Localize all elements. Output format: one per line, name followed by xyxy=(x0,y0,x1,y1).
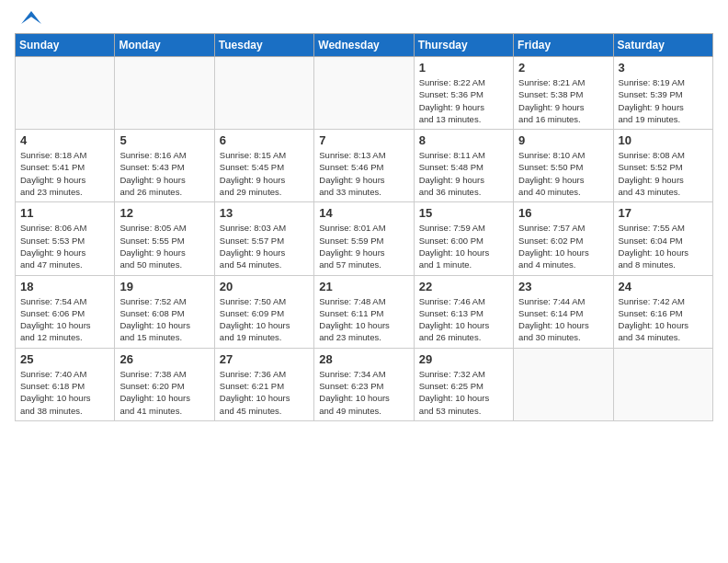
calendar-cell: 29Sunrise: 7:32 AM Sunset: 6:25 PM Dayli… xyxy=(414,348,513,420)
day-info: Sunrise: 7:48 AM Sunset: 6:11 PM Dayligh… xyxy=(319,295,408,344)
day-info: Sunrise: 7:50 AM Sunset: 6:09 PM Dayligh… xyxy=(220,295,309,344)
logo xyxy=(15,15,44,24)
day-info: Sunrise: 8:13 AM Sunset: 5:46 PM Dayligh… xyxy=(319,149,408,198)
day-info: Sunrise: 7:44 AM Sunset: 6:14 PM Dayligh… xyxy=(518,295,608,344)
calendar-cell: 27Sunrise: 7:36 AM Sunset: 6:21 PM Dayli… xyxy=(214,348,313,420)
calendar-cell: 15Sunrise: 7:59 AM Sunset: 6:00 PM Dayli… xyxy=(414,202,513,275)
day-number: 5 xyxy=(119,133,209,147)
calendar-cell: 3Sunrise: 8:19 AM Sunset: 5:39 PM Daylig… xyxy=(613,57,712,130)
calendar-week-row-3: 11Sunrise: 8:06 AM Sunset: 5:53 PM Dayli… xyxy=(16,202,713,275)
calendar-week-row-4: 18Sunrise: 7:54 AM Sunset: 6:06 PM Dayli… xyxy=(16,275,713,348)
day-info: Sunrise: 7:52 AM Sunset: 6:08 PM Dayligh… xyxy=(119,295,209,344)
calendar-cell: 24Sunrise: 7:42 AM Sunset: 6:16 PM Dayli… xyxy=(613,275,712,348)
day-number: 28 xyxy=(319,352,408,366)
calendar-cell xyxy=(314,57,414,130)
day-number: 24 xyxy=(619,280,708,293)
day-number: 3 xyxy=(619,61,708,75)
day-number: 9 xyxy=(518,133,608,147)
day-number: 7 xyxy=(319,133,408,147)
day-number: 14 xyxy=(319,206,408,220)
day-info: Sunrise: 7:57 AM Sunset: 6:02 PM Dayligh… xyxy=(518,222,608,270)
calendar-cell: 20Sunrise: 7:50 AM Sunset: 6:09 PM Dayli… xyxy=(214,275,313,348)
day-info: Sunrise: 8:08 AM Sunset: 5:52 PM Dayligh… xyxy=(619,149,708,198)
day-info: Sunrise: 7:34 AM Sunset: 6:23 PM Dayligh… xyxy=(319,368,408,417)
calendar-cell xyxy=(115,57,214,130)
day-number: 17 xyxy=(619,206,708,220)
day-number: 11 xyxy=(20,206,109,220)
calendar-cell: 10Sunrise: 8:08 AM Sunset: 5:52 PM Dayli… xyxy=(613,130,712,202)
calendar-cell: 7Sunrise: 8:13 AM Sunset: 5:46 PM Daylig… xyxy=(314,130,414,202)
day-info: Sunrise: 8:18 AM Sunset: 5:41 PM Dayligh… xyxy=(20,149,109,198)
calendar-cell: 12Sunrise: 8:05 AM Sunset: 5:55 PM Dayli… xyxy=(115,202,214,275)
day-number: 16 xyxy=(518,206,608,220)
weekday-header-sunday: Sunday xyxy=(16,34,115,57)
day-info: Sunrise: 7:54 AM Sunset: 6:06 PM Dayligh… xyxy=(20,295,109,344)
calendar-cell: 22Sunrise: 7:46 AM Sunset: 6:13 PM Dayli… xyxy=(414,275,513,348)
day-number: 1 xyxy=(419,61,508,75)
weekday-header-friday: Friday xyxy=(514,34,613,57)
calendar-cell: 11Sunrise: 8:06 AM Sunset: 5:53 PM Dayli… xyxy=(16,202,115,275)
day-info: Sunrise: 7:59 AM Sunset: 6:00 PM Dayligh… xyxy=(419,222,508,270)
day-number: 20 xyxy=(220,280,309,293)
day-info: Sunrise: 8:19 AM Sunset: 5:39 PM Dayligh… xyxy=(619,76,708,125)
day-info: Sunrise: 8:10 AM Sunset: 5:50 PM Dayligh… xyxy=(518,149,608,198)
day-info: Sunrise: 7:40 AM Sunset: 6:18 PM Dayligh… xyxy=(20,368,109,417)
logo-arrow-icon xyxy=(18,11,44,24)
calendar-cell xyxy=(613,348,712,420)
day-info: Sunrise: 7:32 AM Sunset: 6:25 PM Dayligh… xyxy=(419,368,508,417)
calendar-cell: 5Sunrise: 8:16 AM Sunset: 5:43 PM Daylig… xyxy=(115,130,214,202)
weekday-header-saturday: Saturday xyxy=(613,34,712,57)
calendar-cell xyxy=(514,348,613,420)
calendar-cell xyxy=(214,57,313,130)
calendar-cell: 6Sunrise: 8:15 AM Sunset: 5:45 PM Daylig… xyxy=(214,130,313,202)
calendar-cell: 18Sunrise: 7:54 AM Sunset: 6:06 PM Dayli… xyxy=(16,275,115,348)
day-number: 10 xyxy=(619,133,708,147)
calendar-cell: 1Sunrise: 8:22 AM Sunset: 5:36 PM Daylig… xyxy=(414,57,513,130)
weekday-header-wednesday: Wednesday xyxy=(314,34,414,57)
day-number: 26 xyxy=(119,352,209,366)
weekday-header-tuesday: Tuesday xyxy=(214,34,313,57)
weekday-header-row: SundayMondayTuesdayWednesdayThursdayFrid… xyxy=(16,34,713,57)
day-info: Sunrise: 8:03 AM Sunset: 5:57 PM Dayligh… xyxy=(220,222,309,270)
calendar-cell: 21Sunrise: 7:48 AM Sunset: 6:11 PM Dayli… xyxy=(314,275,414,348)
day-info: Sunrise: 8:15 AM Sunset: 5:45 PM Dayligh… xyxy=(220,149,309,198)
day-number: 27 xyxy=(220,352,309,366)
calendar-cell xyxy=(16,57,115,130)
day-number: 25 xyxy=(20,352,109,366)
day-info: Sunrise: 8:22 AM Sunset: 5:36 PM Dayligh… xyxy=(419,76,508,125)
day-number: 18 xyxy=(20,280,109,293)
day-info: Sunrise: 8:16 AM Sunset: 5:43 PM Dayligh… xyxy=(119,149,209,198)
day-info: Sunrise: 8:01 AM Sunset: 5:59 PM Dayligh… xyxy=(319,222,408,270)
calendar-week-row-1: 1Sunrise: 8:22 AM Sunset: 5:36 PM Daylig… xyxy=(16,57,713,130)
svg-marker-0 xyxy=(21,11,41,24)
calendar-cell: 26Sunrise: 7:38 AM Sunset: 6:20 PM Dayli… xyxy=(115,348,214,420)
day-info: Sunrise: 7:38 AM Sunset: 6:20 PM Dayligh… xyxy=(119,368,209,417)
calendar-cell: 19Sunrise: 7:52 AM Sunset: 6:08 PM Dayli… xyxy=(115,275,214,348)
day-number: 6 xyxy=(220,133,309,147)
day-info: Sunrise: 7:36 AM Sunset: 6:21 PM Dayligh… xyxy=(220,368,309,417)
day-info: Sunrise: 7:55 AM Sunset: 6:04 PM Dayligh… xyxy=(619,222,708,270)
calendar-cell: 8Sunrise: 8:11 AM Sunset: 5:48 PM Daylig… xyxy=(414,130,513,202)
calendar-cell: 23Sunrise: 7:44 AM Sunset: 6:14 PM Dayli… xyxy=(514,275,613,348)
day-number: 4 xyxy=(20,133,109,147)
weekday-header-monday: Monday xyxy=(115,34,214,57)
calendar-cell: 2Sunrise: 8:21 AM Sunset: 5:38 PM Daylig… xyxy=(514,57,613,130)
day-info: Sunrise: 8:11 AM Sunset: 5:48 PM Dayligh… xyxy=(419,149,508,198)
calendar-cell: 4Sunrise: 8:18 AM Sunset: 5:41 PM Daylig… xyxy=(16,130,115,202)
calendar-cell: 28Sunrise: 7:34 AM Sunset: 6:23 PM Dayli… xyxy=(314,348,414,420)
day-number: 12 xyxy=(119,206,209,220)
calendar-table: SundayMondayTuesdayWednesdayThursdayFrid… xyxy=(15,33,713,421)
calendar-cell: 25Sunrise: 7:40 AM Sunset: 6:18 PM Dayli… xyxy=(16,348,115,420)
day-number: 22 xyxy=(419,280,508,293)
calendar-cell: 16Sunrise: 7:57 AM Sunset: 6:02 PM Dayli… xyxy=(514,202,613,275)
calendar-cell: 17Sunrise: 7:55 AM Sunset: 6:04 PM Dayli… xyxy=(613,202,712,275)
day-number: 13 xyxy=(220,206,309,220)
day-number: 29 xyxy=(419,352,508,366)
day-number: 21 xyxy=(319,280,408,293)
calendar-cell: 14Sunrise: 8:01 AM Sunset: 5:59 PM Dayli… xyxy=(314,202,414,275)
day-info: Sunrise: 8:21 AM Sunset: 5:38 PM Dayligh… xyxy=(518,76,608,125)
day-number: 8 xyxy=(419,133,508,147)
day-number: 23 xyxy=(518,280,608,293)
calendar-cell: 9Sunrise: 8:10 AM Sunset: 5:50 PM Daylig… xyxy=(514,130,613,202)
day-info: Sunrise: 8:05 AM Sunset: 5:55 PM Dayligh… xyxy=(119,222,209,270)
